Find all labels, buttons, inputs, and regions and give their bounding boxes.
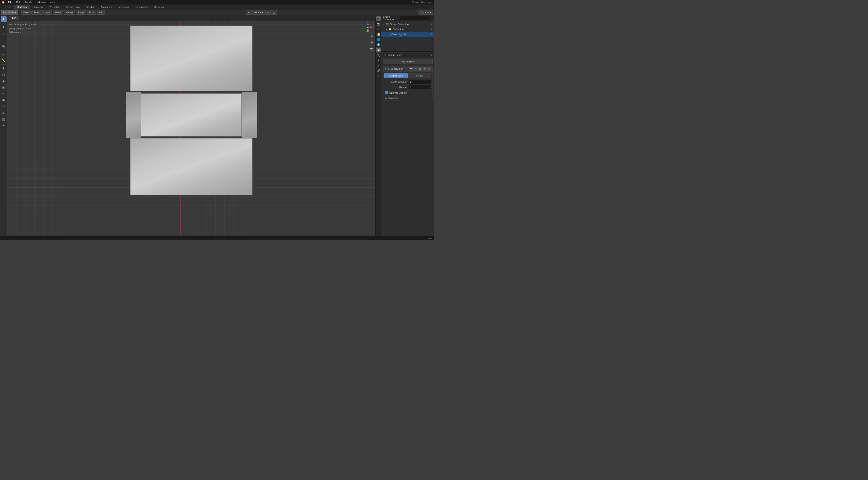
outliner-visibility-collection[interactable]: 👁 — [431, 28, 433, 31]
viewport[interactable]: UV Left Orthographic (Local) (157) Comba… — [7, 16, 375, 236]
add-menu-btn[interactable]: Add — [43, 10, 52, 15]
outliner-section: Scene Collection ▾ ▼ 🎬 Scene Collection … — [381, 16, 434, 52]
catmull-clark-btn[interactable]: Catmull-Clark — [384, 73, 408, 78]
props-icon-view-layer[interactable]: 📋 — [376, 32, 381, 37]
vp-zoom-icon[interactable]: ⊕ — [369, 33, 374, 39]
mod-ctrl-edit[interactable]: ✏ — [413, 67, 417, 71]
view-menu-btn[interactable]: View — [21, 10, 31, 15]
tool-bevel[interactable]: ◈ — [1, 78, 6, 84]
props-icon-output[interactable]: 🖨 — [376, 27, 381, 32]
levels-viewport-arrow: ▾ — [430, 81, 431, 83]
object-name-edit-icon[interactable]: ✎ — [430, 54, 432, 56]
outliner-search[interactable] — [400, 16, 431, 20]
outliner-item-scene-collection[interactable]: ▼ 🎬 Scene Collection 👁 — [381, 22, 434, 27]
menu-render[interactable]: Render — [23, 0, 35, 4]
props-icon-scene2[interactable]: 🌐 — [376, 37, 381, 42]
pivot-center-btn[interactable]: ⊙ — [246, 10, 252, 15]
mod-ctrl-camera[interactable]: 📷 — [409, 67, 413, 71]
tool-sep-2 — [1, 50, 6, 50]
tab-layout[interactable]: Layout — [1, 5, 14, 9]
proportional-btn[interactable]: ◎ — [271, 10, 277, 15]
global-space-btn[interactable]: Global ▾ — [252, 10, 266, 15]
edge-menu-btn[interactable]: Edge — [76, 10, 86, 15]
props-icon-modifier[interactable]: 🔧 — [376, 53, 381, 58]
select-menu-btn[interactable]: Select — [31, 10, 42, 15]
outliner-item-collection[interactable]: ▼ 📁 Collection 👁 — [381, 27, 434, 32]
props-icon-object[interactable]: ▣ — [376, 48, 381, 53]
props-icon-particles[interactable]: ✦ — [376, 58, 381, 63]
advanced-arrow-icon: ▶ — [385, 97, 387, 99]
outliner-visibility-scene[interactable]: 👁 — [431, 23, 433, 26]
tab-animation[interactable]: Animation — [98, 5, 115, 9]
tab-uv-editing[interactable]: UV Editing — [46, 5, 63, 9]
uv-tab[interactable]: UV — [9, 16, 19, 20]
tool-extrude[interactable]: ⬆ — [1, 65, 6, 71]
menu-help[interactable]: Help — [48, 0, 57, 4]
tool-inset[interactable]: ⬡ — [1, 72, 6, 78]
render-value[interactable]: 2 ▾ — [409, 85, 431, 89]
vp-camera-icon[interactable]: 📷 — [369, 46, 374, 52]
blender-logo — [1, 0, 5, 4]
outliner-visibility-knife[interactable]: 👁 — [431, 33, 433, 35]
gizmo-z-label: Z — [367, 21, 369, 24]
mod-ctrl-render[interactable]: ▣ — [418, 67, 422, 71]
tab-scripting[interactable]: Scripting — [151, 5, 166, 9]
mod-ctrl-realtime[interactable]: 👁 — [423, 67, 427, 71]
gizmo-circle: X Y Z — [363, 23, 372, 32]
gizmo-x-dot — [370, 27, 372, 28]
tool-shear[interactable]: ◱ — [1, 116, 6, 122]
object-name-header: △ Combat_knife ✎ — [383, 53, 433, 57]
props-icon-scene[interactable]: 🎬 — [376, 16, 381, 21]
mode-label: Edit Mode — [3, 11, 14, 14]
toolbar-center: ⊙ Global ▾ ⌖ ◎ — [106, 10, 417, 15]
mesh-menu-btn[interactable]: Mesh — [53, 10, 63, 15]
tool-annotate[interactable]: ✏ — [1, 51, 6, 57]
tool-scale[interactable]: ⤢ — [1, 37, 6, 43]
tool-poly-build[interactable]: ⬟ — [1, 97, 6, 103]
outliner-item-combat-knife[interactable]: △ Combat_knife 👁 — [381, 32, 434, 37]
mod-ctrl-delete[interactable]: ✕ — [427, 67, 431, 71]
tab-rendering[interactable]: Rendering — [115, 5, 132, 9]
tool-move[interactable]: ✥ — [1, 24, 6, 30]
mode-selector[interactable]: Edit Mode ▾ — [1, 10, 18, 15]
props-icon-render[interactable]: 📷 — [376, 22, 381, 27]
tool-transform[interactable]: ⊞ — [1, 43, 6, 49]
menu-edit[interactable]: Edit — [14, 0, 22, 4]
optimal-display-checkbox[interactable]: ✓ — [385, 91, 389, 94]
tool-knife[interactable]: ✂ — [1, 91, 6, 97]
tab-shading[interactable]: Shading — [83, 5, 98, 9]
menu-window[interactable]: Window — [35, 0, 48, 4]
menu-file[interactable]: File — [6, 0, 14, 4]
props-icon-world[interactable]: 🌍 — [376, 42, 381, 47]
uv-menu-btn[interactable]: UV — [97, 10, 105, 15]
advanced-toggle[interactable]: ▶ Advanced — [384, 96, 431, 100]
tab-texture-paint[interactable]: Texture Paint — [63, 5, 83, 9]
snap-btn[interactable]: ⌖ — [266, 10, 271, 15]
tab-sculpting[interactable]: Sculpting — [30, 5, 45, 9]
add-modifier-button[interactable]: Add Modifier — [383, 59, 433, 64]
modifier-expand-icon[interactable]: ▼ — [384, 68, 386, 70]
vertex-menu-btn[interactable]: Vertex — [64, 10, 75, 15]
tool-smooth[interactable]: ≋ — [1, 110, 6, 116]
levels-viewport-value[interactable]: 2 ▾ — [409, 80, 431, 84]
simple-btn[interactable]: Simple — [408, 73, 431, 78]
tab-compositing[interactable]: Compositing — [132, 5, 151, 9]
tool-spin[interactable]: ↺ — [1, 103, 6, 109]
outliner-filter-icon[interactable]: ▾ — [431, 17, 433, 20]
props-icon-data[interactable]: △ — [376, 73, 381, 79]
options-btn[interactable]: Options ▾ — [418, 10, 433, 15]
props-icon-physics[interactable]: ⚛ — [376, 63, 381, 68]
props-main: Scene Collection ▾ ▼ 🎬 Scene Collection … — [381, 16, 434, 236]
tool-measure[interactable]: 📏 — [1, 58, 6, 63]
tool-rip[interactable]: ✦ — [1, 122, 6, 128]
face-menu-btn[interactable]: Face — [87, 10, 96, 15]
tool-loop-cut[interactable]: ⊡ — [1, 84, 6, 90]
view-layer-label: View Layer — [421, 1, 433, 4]
tab-modeling[interactable]: Modeling — [14, 5, 30, 9]
tool-cursor[interactable]: ✛ — [1, 16, 6, 22]
props-icon-constraints[interactable]: 🔗 — [376, 68, 381, 73]
vp-pan-icon[interactable]: ✥ — [369, 40, 374, 45]
outliner-label-scene: Scene Collection — [390, 23, 409, 26]
props-icon-material[interactable]: ○ — [376, 79, 381, 84]
tool-rotate[interactable]: ↻ — [1, 31, 6, 36]
